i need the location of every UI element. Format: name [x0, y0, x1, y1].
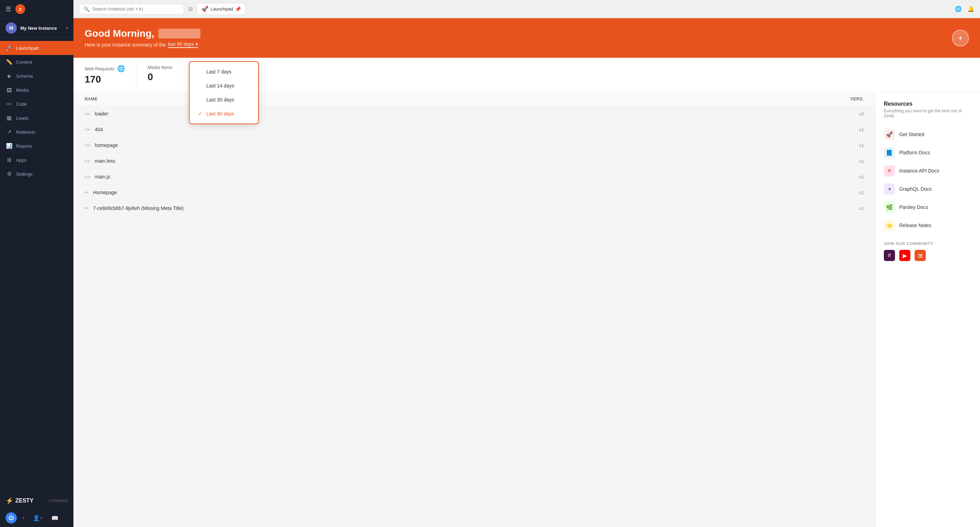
pencil-icon: ✏️	[6, 59, 13, 65]
content-area: Name Vers. <> loader v2 <> 404 v1 <> hom…	[73, 92, 980, 527]
schema-icon: ◈	[6, 72, 13, 80]
book-icon[interactable]: 📖	[51, 515, 59, 521]
dropdown-item-90days[interactable]: ✓ Last 90 days	[189, 107, 258, 121]
sidebar-item-code[interactable]: <> Code	[0, 97, 73, 111]
filter-icon[interactable]: ⊞	[188, 6, 193, 12]
dropdown-option-label: Last 90 days	[206, 111, 234, 116]
dropdown-item-7days[interactable]: Last 7 days	[189, 65, 258, 79]
sidebar: ☰ z M My New Instance ▾ 🚀 Launchpad ✏️ C…	[0, 0, 73, 527]
add-user-icon[interactable]: 👤+	[33, 515, 43, 521]
resource-label: Instance API Docs	[899, 168, 939, 174]
search-container[interactable]: 🔍	[79, 4, 184, 14]
sidebar-item-leads[interactable]: ▦ Leads	[0, 111, 73, 125]
sidebar-header: ☰ z	[0, 0, 73, 18]
slack-icon[interactable]: #	[884, 250, 895, 261]
code-icon: <>	[84, 142, 91, 148]
period-dropdown: Last 7 days Last 14 days Last 30 days ✓ …	[189, 61, 259, 124]
bell-icon[interactable]: 🔔	[967, 6, 974, 12]
resources-subtitle: Everything you need to get the best out …	[884, 108, 972, 118]
power-button[interactable]: ⏻	[6, 512, 17, 524]
pin-icon[interactable]: 📌	[235, 6, 241, 12]
search-input[interactable]	[92, 6, 180, 11]
sidebar-item-settings[interactable]: ⚙ Settings	[0, 167, 73, 181]
rocket-icon: 🚀	[884, 129, 895, 140]
table-row[interactable]: <> homepage v1	[73, 137, 875, 153]
table-row[interactable]: <> main.js v1	[73, 169, 875, 185]
gear-icon: ⚙	[6, 170, 13, 177]
row-version: v1	[843, 143, 864, 148]
col-vers-header: Vers.	[843, 97, 864, 102]
resource-item-release-notes[interactable]: ⭐ Release Notes	[884, 216, 972, 234]
fab-button[interactable]: +	[952, 30, 969, 46]
table-row[interactable]: <> main.less v1	[73, 153, 875, 169]
table-row[interactable]: ✏ 7-ce849cb6b7-9jv8vh (Missing Meta Titl…	[73, 201, 875, 216]
sidebar-item-content[interactable]: ✏️ Content	[0, 55, 73, 69]
sidebar-item-label: Code	[16, 102, 27, 107]
row-name: 7-ce849cb6b7-9jv8vh (Missing Meta Title)	[93, 205, 843, 211]
tab-launchpad[interactable]: 🚀 Launchpad 📌	[197, 3, 245, 15]
zesty-flame-icon: ⚡	[6, 497, 13, 505]
resource-item-get-started[interactable]: 🚀 Get Started	[884, 125, 972, 143]
youtube-icon[interactable]: ▶	[899, 250, 910, 261]
edit-icon: ✏	[84, 189, 89, 195]
row-version: v1	[843, 159, 864, 164]
resource-label: Parsley Docs	[899, 204, 928, 210]
sidebar-item-label: Launchpad	[16, 46, 38, 51]
table-row[interactable]: ✏ Homepage v1	[73, 185, 875, 201]
caret-down-icon[interactable]: ▾	[22, 516, 24, 521]
resource-item-instance-api[interactable]: ✕ Instance API Docs	[884, 162, 972, 180]
sidebar-item-label: Leads	[16, 115, 28, 121]
code-icon: <>	[6, 100, 13, 107]
topbar-right: 🌐 🔔	[955, 6, 974, 12]
code-icon: <>	[84, 127, 91, 132]
row-name: homepage	[95, 142, 843, 148]
sidebar-item-schema[interactable]: ◈ Schema	[0, 69, 73, 83]
sidebar-item-label: Content	[16, 59, 32, 65]
sidebar-item-redirects[interactable]: ↗ Redirects	[0, 125, 73, 139]
resource-label: Release Notes	[899, 223, 931, 228]
sidebar-item-media[interactable]: 🖼 Media	[0, 83, 73, 97]
row-version: v1	[843, 206, 864, 211]
resource-item-graphql[interactable]: ✦ GraphQL Docs	[884, 180, 972, 198]
sidebar-item-label: Media	[16, 88, 28, 93]
resource-label: Get Started	[899, 132, 924, 137]
code-icon: <>	[84, 111, 91, 116]
stat-value: 0	[148, 72, 188, 83]
topbar: 🔍 ⊞ 🚀 Launchpad 📌 🌐 🔔	[73, 0, 980, 18]
dropdown-item-30days[interactable]: Last 30 days	[189, 93, 258, 107]
globe-icon[interactable]: 🌐	[955, 6, 962, 12]
sidebar-item-launchpad[interactable]: 🚀 Launchpad	[0, 41, 73, 55]
instance-selector[interactable]: M My New Instance ▾	[0, 18, 73, 38]
community-icons: # ▶ ⊞	[884, 250, 972, 261]
period-selector[interactable]: last 90 days ▾	[168, 41, 198, 48]
instance-id: #739846b6	[49, 499, 68, 503]
sidebar-item-label: Apps	[16, 158, 27, 163]
row-name: Homepage	[93, 189, 843, 195]
avatar: M	[6, 22, 17, 33]
parsley-icon: 🌿	[884, 202, 895, 213]
check-icon	[198, 97, 204, 102]
resource-item-platform-docs[interactable]: 📘 Platform Docs	[884, 143, 972, 162]
leads-icon: ▦	[6, 115, 13, 121]
resource-label: GraphQL Docs	[899, 186, 932, 192]
stat-header: Web Requests 🌐	[84, 65, 125, 72]
dropdown-option-label: Last 14 days	[206, 83, 234, 89]
grid-icon[interactable]: ⊞	[915, 250, 926, 261]
dropdown-item-14days[interactable]: Last 14 days	[189, 79, 258, 93]
graphql-icon: ✦	[884, 183, 895, 194]
dropdown-option-label: Last 30 days	[206, 97, 234, 102]
rocket-icon: 🚀	[202, 6, 208, 12]
sidebar-item-reports[interactable]: 📊 Reports	[0, 139, 73, 153]
apps-icon: ⊞	[6, 156, 13, 163]
code-icon: <>	[84, 174, 91, 180]
instance-name: My New Instance	[20, 25, 66, 31]
resource-item-parsley[interactable]: 🌿 Parsley Docs	[884, 198, 972, 216]
hamburger-icon[interactable]: ☰	[6, 5, 11, 13]
book-icon: 📘	[884, 147, 895, 158]
greeting-text: Good Morning,	[84, 28, 154, 39]
community-section: JOIN OUR COMMUNITY # ▶ ⊞	[884, 242, 972, 261]
chevron-down-icon: ▾	[66, 26, 68, 30]
sidebar-item-apps[interactable]: ⊞ Apps	[0, 153, 73, 167]
globe-icon: 🌐	[117, 65, 125, 72]
sidebar-item-label: Settings	[16, 172, 32, 177]
